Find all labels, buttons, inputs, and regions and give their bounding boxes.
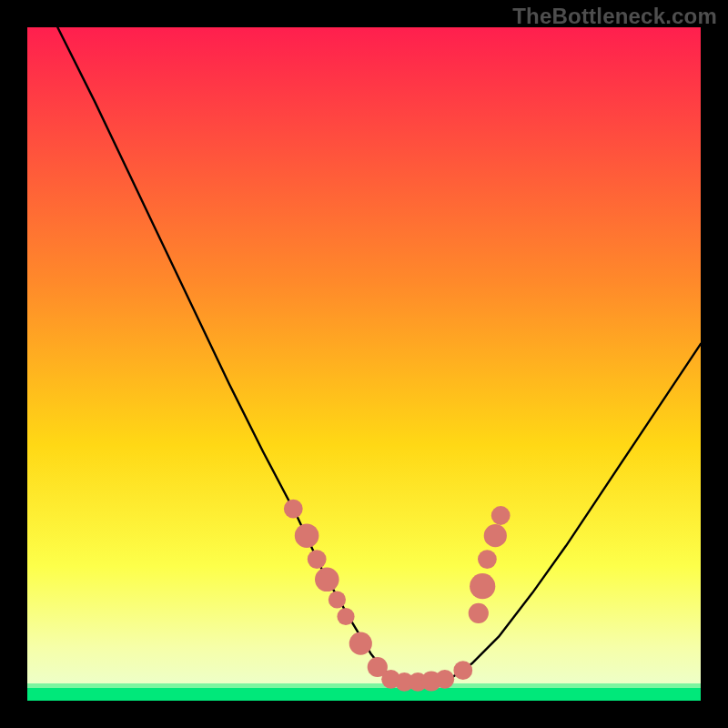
marker-dot bbox=[315, 568, 339, 592]
marker-dot bbox=[308, 550, 327, 569]
marker-dot bbox=[435, 670, 454, 689]
marker-dot bbox=[469, 603, 489, 623]
marker-dot bbox=[295, 523, 319, 548]
gradient-background bbox=[27, 27, 701, 701]
chart-frame: TheBottleneck.com bbox=[0, 0, 728, 728]
light-green-band bbox=[27, 683, 701, 688]
marker-dot bbox=[484, 524, 507, 547]
marker-dot bbox=[491, 506, 511, 525]
bottleneck-chart bbox=[27, 27, 701, 701]
marker-dot bbox=[284, 500, 303, 519]
green-band bbox=[27, 688, 701, 701]
watermark-text: TheBottleneck.com bbox=[512, 4, 717, 29]
marker-dot bbox=[349, 632, 372, 655]
marker-dot bbox=[329, 591, 346, 608]
marker-dot bbox=[337, 608, 354, 625]
marker-dot bbox=[453, 661, 472, 680]
marker-dot bbox=[478, 550, 497, 569]
marker-dot bbox=[470, 573, 495, 599]
